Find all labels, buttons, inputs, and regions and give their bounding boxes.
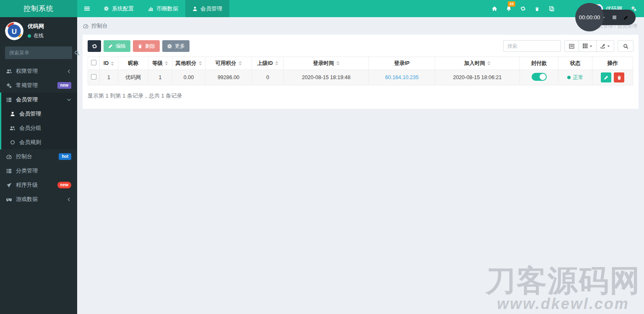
search-icon[interactable]: [74, 50, 80, 56]
cell-login_time: 2020-08-15 18:19:48: [284, 70, 369, 85]
row-edit-button[interactable]: [601, 72, 611, 82]
gear-icon: [167, 44, 172, 49]
sidebar-item-控制台[interactable]: 控制台hot: [0, 149, 77, 164]
cell-actions: [592, 70, 633, 85]
sort-icon[interactable]: [165, 61, 168, 65]
sidebar-search-input[interactable]: [9, 50, 74, 56]
cell-other_points: 0.00: [172, 70, 205, 85]
column-header-level[interactable]: 等级: [148, 57, 172, 70]
sidebar-subitem-会员分组[interactable]: 会员分组: [1, 121, 77, 135]
delete-button[interactable]: 删除: [133, 40, 160, 52]
table-panel: 编辑 删除 更多: [83, 35, 639, 109]
user-icon: [9, 111, 16, 116]
edit-button[interactable]: 编辑: [104, 40, 130, 52]
column-header-other_points[interactable]: 其他积分: [172, 57, 205, 70]
column-header-block_pay: 封付款: [520, 57, 558, 70]
column-header-login_time[interactable]: 登录时间: [284, 57, 369, 70]
sidebar: U 优码网 在线 权限管理常规管理new会员管理会员管理会员分组会员规则控制台h…: [0, 17, 77, 314]
row-checkbox[interactable]: [91, 74, 96, 80]
chevron-left-icon: [67, 69, 71, 74]
sort-icon[interactable]: [239, 61, 242, 65]
cell-block_pay: [520, 70, 558, 85]
top-navbar: 控制系统 系统配置币圈数据会员管理 10 U 优码网: [0, 0, 644, 17]
members-table: ID昵称等级其他积分可用积分上级ID登录时间登录IP加入时间封付款状态操作 1优…: [88, 57, 633, 85]
ip-link[interactable]: 60.164.10.235: [385, 75, 419, 80]
sidebar-item-常规管理[interactable]: 常规管理new: [0, 78, 77, 93]
columns-button[interactable]: [579, 40, 597, 52]
column-header-actions: 操作: [592, 57, 633, 70]
select-all-checkbox[interactable]: [91, 60, 96, 65]
home-icon[interactable]: [487, 0, 501, 17]
chevron-left-icon: [67, 197, 71, 202]
export-button[interactable]: [597, 40, 614, 52]
caret-down-icon: [607, 44, 610, 48]
cell-level: 1: [148, 70, 172, 85]
users-icon: [6, 69, 12, 74]
sort-icon[interactable]: [275, 61, 278, 65]
sidebar-item-权限管理[interactable]: 权限管理: [0, 64, 77, 78]
column-header-nickname: 昵称: [118, 57, 148, 70]
cell-login_ip: 60.164.10.235: [369, 70, 435, 85]
table-search-input[interactable]: [503, 40, 561, 52]
select-all-header: [88, 57, 100, 70]
timer-widget: 00:00:00: [575, 3, 636, 31]
menu-badge: new: [57, 82, 71, 89]
sidebar-item-程序升级[interactable]: 程序升级new: [0, 178, 77, 192]
column-header-id[interactable]: ID: [100, 57, 118, 70]
row-select-cell: [88, 70, 100, 85]
sort-icon[interactable]: [336, 61, 340, 65]
sidebar-subitem-会员管理[interactable]: 会员管理: [1, 107, 77, 121]
sidebar-search[interactable]: [5, 46, 72, 59]
sidebar-subitem-会员规则[interactable]: 会员规则: [1, 135, 77, 149]
sidebar-toggle-icon[interactable]: [77, 0, 96, 17]
table-row: 1优码网10.0099286.0002020-08-15 18:19:4860.…: [88, 70, 633, 85]
cell-nickname: 优码网: [118, 70, 148, 85]
sort-icon[interactable]: [487, 61, 491, 65]
sort-icon[interactable]: [199, 61, 202, 65]
dashboard-icon: [83, 23, 88, 29]
column-header-parent_id[interactable]: 上级ID: [252, 57, 284, 70]
refresh-icon[interactable]: [516, 0, 530, 17]
column-header-status: 状态: [558, 57, 592, 70]
column-header-points[interactable]: 可用积分: [205, 57, 252, 70]
copy-icon[interactable]: [544, 0, 558, 17]
caret-down-icon: [589, 44, 593, 48]
timer-stop-button[interactable]: [612, 15, 617, 20]
toggle-view-button[interactable]: [564, 40, 579, 52]
column-header-join_time[interactable]: 加入时间: [435, 57, 520, 70]
online-dot-icon: [28, 34, 31, 38]
export-icon: [600, 44, 605, 49]
row-delete-button[interactable]: [614, 72, 624, 82]
breadcrumb: 控制台: [83, 22, 108, 30]
sort-icon[interactable]: [111, 62, 114, 66]
more-button[interactable]: 更多: [162, 40, 190, 52]
avatar: U: [5, 22, 23, 40]
search-button[interactable]: [618, 40, 634, 52]
cell-join_time: 2020-08-15 18:06:21: [435, 70, 520, 85]
topnav-item-2[interactable]: 币圈数据: [141, 0, 185, 17]
circle-icon: [9, 140, 16, 145]
sidebar-user-name: 优码网: [28, 23, 44, 30]
menu-badge: hot: [59, 153, 71, 160]
sidebar-item-分类管理[interactable]: 分类管理: [0, 164, 77, 178]
sidebar-user-panel: U 优码网 在线: [0, 17, 77, 46]
block-pay-toggle[interactable]: [532, 73, 547, 81]
trash-icon: [138, 44, 143, 49]
user-icon: [192, 6, 197, 11]
sidebar-item-会员管理[interactable]: 会员管理: [1, 93, 77, 107]
gears-icon: [6, 83, 12, 88]
notifications-bell-icon[interactable]: 10: [501, 0, 516, 17]
list-icon: [6, 97, 12, 103]
dashboard-icon: [6, 154, 12, 160]
refresh-button[interactable]: [88, 40, 101, 52]
watermark: 刀客源码网 www.dkewl.com: [486, 265, 641, 312]
gear-icon: [104, 6, 109, 11]
topnav-item-1[interactable]: 系统配置: [96, 0, 141, 17]
trash-icon[interactable]: [530, 0, 544, 17]
timer-display: 00:00:00: [575, 3, 604, 31]
svg-text:U: U: [12, 28, 17, 36]
timer-edit-button[interactable]: [623, 15, 628, 20]
topnav-item-3[interactable]: 会员管理: [185, 0, 229, 17]
sidebar-item-游戏数据[interactable]: 游戏数据: [0, 192, 77, 206]
send-icon: [6, 183, 12, 188]
